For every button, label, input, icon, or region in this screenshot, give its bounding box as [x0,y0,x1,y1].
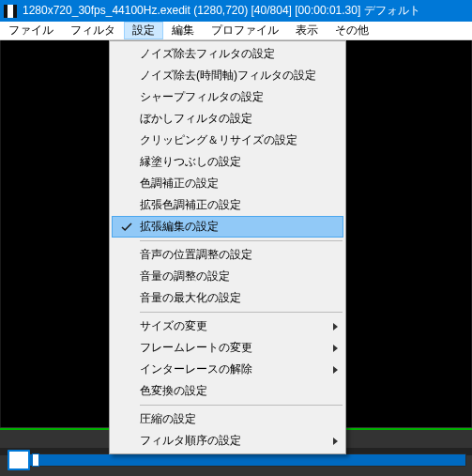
submenu-arrow-icon [333,323,338,330]
menu-separator [140,240,343,241]
menu-edit[interactable]: 編集 [163,22,203,39]
menu-item-volume-adjust[interactable]: 音量の調整の設定 [112,266,343,287]
menu-item-border-fill[interactable]: 縁塗りつぶしの設定 [112,151,343,173]
menu-bar: ファイル フィルタ 設定 編集 プロファイル 表示 その他 [0,22,472,40]
menu-item-color-correct[interactable]: 色調補正の設定 [112,173,343,194]
menu-other[interactable]: その他 [327,22,377,39]
menu-item-framerate-change[interactable]: フレームレートの変更 [112,337,343,359]
window-title: 1280x720_30fps_44100Hz.exedit (1280,720)… [23,3,420,19]
seek-slider-track[interactable] [8,453,466,467]
menu-separator [140,405,343,406]
menu-item-volume-max[interactable]: 音量の最大化の設定 [112,287,343,309]
submenu-arrow-icon [333,438,338,445]
menu-file[interactable]: ファイル [0,22,62,39]
menu-item-filter-order[interactable]: フィルタ順序の設定 [112,430,343,452]
menu-item-clip-resize[interactable]: クリッピング＆リサイズの設定 [112,130,343,151]
check-icon [120,221,133,234]
window-titlebar: 1280x720_30fps_44100Hz.exedit (1280,720)… [0,0,472,22]
menu-item-noise-removal-time[interactable]: ノイズ除去(時間軸)フィルタの設定 [112,65,343,86]
app-icon [4,5,17,18]
menu-settings[interactable]: 設定 [124,22,163,39]
menu-item-ext-edit[interactable]: 拡張編集の設定 [112,216,343,238]
submenu-arrow-icon [333,366,338,374]
settings-dropdown: ノイズ除去フィルタの設定 ノイズ除去(時間軸)フィルタの設定 シャープフィルタの… [109,40,346,454]
menu-view[interactable]: 表示 [287,22,327,39]
menu-separator [140,312,343,313]
submenu-arrow-icon [333,345,338,352]
menu-item-noise-removal[interactable]: ノイズ除去フィルタの設定 [112,43,343,65]
menu-item-color-conv[interactable]: 色変換の設定 [112,380,343,402]
menu-item-blur[interactable]: ぼかしフィルタの設定 [112,108,343,130]
menu-item-sharpen[interactable]: シャープフィルタの設定 [112,86,343,108]
menu-item-ext-color-correct[interactable]: 拡張色調補正の設定 [112,194,343,216]
menu-item-deinterlace[interactable]: インターレースの解除 [112,359,343,380]
menu-item-compression[interactable]: 圧縮の設定 [112,408,343,430]
menu-item-size-change[interactable]: サイズの変更 [112,315,343,337]
menu-profile[interactable]: プロファイル [203,22,287,39]
menu-filter[interactable]: フィルタ [62,22,124,39]
menu-item-audio-pos[interactable]: 音声の位置調整の設定 [112,244,343,266]
seek-slider-thumb[interactable] [8,450,30,470]
seek-slider-subthumb[interactable] [32,453,39,467]
